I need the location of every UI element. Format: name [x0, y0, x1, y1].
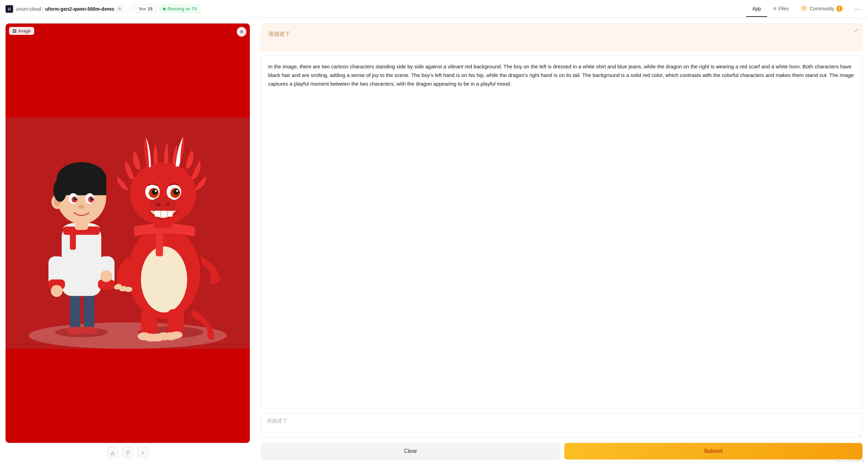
running-label: Running on T4	[167, 6, 197, 11]
tab-files[interactable]: ≡ Files	[767, 1, 795, 17]
resize-handle: ⤡	[858, 433, 861, 437]
site-logo: U	[6, 5, 13, 13]
svg-rect-0	[6, 118, 250, 349]
left-panel: 🖼 Image ✕	[0, 18, 255, 465]
right-panel: 请描述下 ⤢ In the image, there are two carto…	[255, 18, 868, 465]
tab-files-label: Files	[779, 6, 789, 11]
like-count: 15	[147, 6, 152, 11]
svg-point-48	[155, 190, 157, 192]
svg-point-29	[90, 197, 94, 200]
community-badge: 1	[836, 6, 842, 12]
svg-rect-54	[162, 211, 167, 216]
input-wrapper: ⤡	[261, 413, 862, 439]
svg-point-52	[165, 203, 170, 206]
svg-rect-10	[70, 230, 76, 250]
top-nav: U unum-cloud / uform-gen2-qwen-500m-demo…	[0, 0, 868, 18]
more-options-icon[interactable]: ⋯	[851, 3, 862, 14]
share-icon[interactable]: ⤢	[854, 27, 859, 34]
response-box: In the image, there are two cartoon char…	[261, 55, 862, 409]
svg-rect-3	[70, 293, 81, 329]
response-text: In the image, there are two cartoon char…	[268, 62, 855, 88]
svg-point-49	[176, 190, 178, 192]
running-dot	[163, 8, 166, 10]
clear-button[interactable]: Clear	[261, 443, 560, 459]
svg-rect-53	[155, 211, 160, 216]
svg-point-28	[74, 197, 77, 200]
svg-point-47	[173, 189, 179, 195]
svg-point-30	[76, 197, 77, 198]
reset-button[interactable]: ○	[137, 447, 148, 458]
like-label: like	[139, 6, 146, 11]
tab-app[interactable]: App	[746, 1, 767, 17]
tab-files-icon: ≡	[773, 6, 777, 11]
prompt-placeholder-text: 请描述下	[268, 31, 290, 37]
svg-point-63	[170, 331, 182, 339]
like-button[interactable]: ♡ like 15	[129, 5, 156, 13]
svg-point-23	[53, 179, 67, 202]
svg-rect-7	[62, 226, 101, 296]
image-toolbar: △ ▽ ○	[6, 446, 250, 459]
svg-point-35	[141, 246, 187, 312]
svg-point-15	[51, 285, 62, 297]
main-content: 🖼 Image ✕	[0, 18, 868, 465]
svg-rect-39	[156, 233, 163, 256]
svg-point-16	[100, 270, 112, 282]
breadcrumb: unum-cloud / uform-gen2-qwen-500m-demo	[16, 6, 114, 12]
copy-icon[interactable]: ⧉	[117, 6, 123, 12]
image-label: 🖼 Image	[9, 27, 34, 35]
scene-illustration	[6, 23, 250, 443]
prompt-display-box: 请描述下 ⤢	[261, 23, 862, 51]
image-container: 🖼 Image ✕	[6, 23, 250, 443]
community-icon: 🌕	[801, 6, 808, 12]
submit-button[interactable]: Submit	[564, 443, 863, 459]
image-label-text: Image	[18, 28, 31, 33]
org-name[interactable]: unum-cloud	[16, 6, 41, 12]
buttons-row: Clear Submit	[261, 443, 862, 459]
watermark: ©2024 @hugging	[834, 458, 864, 462]
repo-name[interactable]: uform-gen2-qwen-500m-demo	[45, 6, 114, 12]
svg-rect-56	[141, 309, 157, 336]
breadcrumb-separator: /	[42, 6, 44, 12]
zoom-down-button[interactable]: ▽	[122, 447, 133, 458]
text-input[interactable]	[261, 413, 862, 437]
svg-point-6	[81, 327, 97, 335]
svg-point-51	[156, 203, 160, 206]
tab-community-label: Community	[810, 6, 834, 11]
tab-community[interactable]: 🌕 Community 1	[795, 1, 849, 17]
nav-tabs: App ≡ Files 🌕 Community 1	[746, 1, 849, 17]
heart-icon: ♡	[133, 6, 137, 11]
svg-point-38	[124, 287, 132, 292]
zoom-up-button[interactable]: △	[107, 447, 118, 458]
svg-rect-4	[84, 293, 95, 329]
running-status: Running on T4	[159, 5, 201, 13]
svg-point-31	[92, 197, 94, 198]
image-close-button[interactable]: ✕	[237, 27, 246, 37]
tab-app-label: App	[752, 6, 761, 11]
svg-point-32	[78, 205, 85, 209]
svg-rect-55	[168, 211, 173, 216]
svg-point-46	[152, 189, 158, 195]
